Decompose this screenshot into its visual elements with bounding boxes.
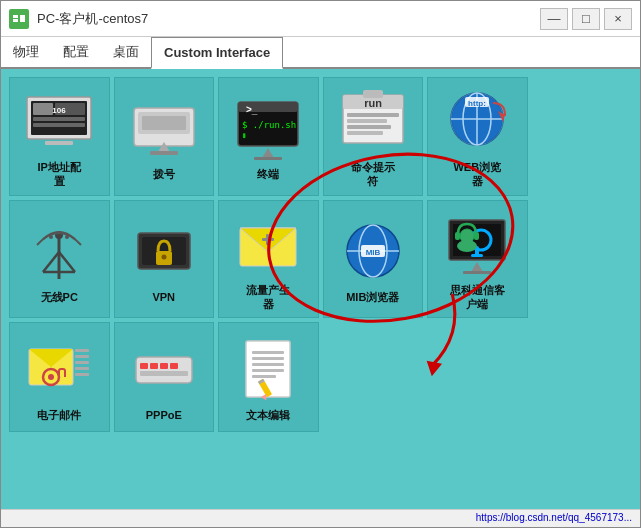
svg-point-50 (161, 254, 166, 259)
text-editor-label: 文本编辑 (246, 408, 290, 422)
icon-terminal[interactable]: >_ $ ./run.sh ▮ 终端 (218, 77, 319, 196)
svg-text:MIB: MIB (365, 248, 380, 257)
ip-config-label: IP地址配置 (38, 160, 81, 189)
svg-rect-68 (474, 232, 479, 240)
svg-point-66 (457, 240, 477, 252)
svg-rect-10 (33, 123, 85, 127)
svg-rect-11 (45, 141, 73, 145)
wireless-label: 无线PC (41, 290, 78, 304)
svg-rect-73 (75, 349, 89, 352)
svg-rect-6 (33, 103, 53, 115)
svg-rect-89 (252, 363, 284, 366)
svg-rect-2 (13, 19, 18, 22)
svg-rect-82 (150, 363, 158, 369)
icon-mib-browser[interactable]: MIB MIB浏览器 (323, 200, 424, 319)
svg-rect-76 (75, 367, 89, 370)
icon-cmd-prompt[interactable]: run 命令提示符 (323, 77, 424, 196)
svg-rect-54 (266, 234, 269, 245)
icon-wireless-pc[interactable]: 无线PC (9, 200, 110, 319)
svg-rect-85 (140, 371, 188, 376)
traffic-icon (233, 209, 303, 279)
minimize-button[interactable]: — (540, 8, 568, 30)
menu-item-physics[interactable]: 物理 (1, 37, 51, 67)
svg-rect-64 (471, 254, 483, 257)
icon-cisco-comm[interactable]: 思科通信客户端 (427, 200, 528, 319)
wireless-icon (24, 216, 94, 286)
status-url: https://blog.csdn.net/qq_4567173... (476, 512, 632, 523)
svg-text:$ ./run.sh: $ ./run.sh (242, 120, 296, 130)
svg-line-41 (43, 252, 59, 272)
icon-email[interactable]: 电子邮件 (9, 322, 110, 432)
web-label: WEB浏览器 (453, 160, 501, 189)
mib-label: MIB浏览器 (346, 290, 399, 304)
svg-rect-3 (20, 15, 25, 22)
svg-rect-81 (140, 363, 148, 369)
svg-point-79 (48, 374, 54, 380)
icon-empty-1 (532, 77, 633, 196)
icon-empty-2 (532, 200, 633, 319)
icon-web-browser[interactable]: http: WEB浏览器 (427, 77, 528, 196)
svg-point-45 (49, 235, 53, 239)
svg-rect-87 (252, 351, 284, 354)
cmd-icon: run (338, 86, 408, 156)
icon-ip-config[interactable]: 106 IP地址配置 (9, 77, 110, 196)
svg-rect-83 (160, 363, 168, 369)
icon-pppoe[interactable]: PPPoE (114, 322, 215, 432)
svg-rect-77 (75, 373, 89, 376)
svg-text:>_: >_ (246, 104, 258, 115)
terminal-label: 终端 (257, 167, 279, 181)
svg-rect-16 (150, 151, 178, 155)
web-icon: http: (442, 86, 512, 156)
svg-rect-23 (254, 157, 282, 160)
close-button[interactable]: × (604, 8, 632, 30)
svg-rect-31 (347, 131, 383, 135)
email-label: 电子邮件 (37, 408, 81, 422)
icon-vpn[interactable]: VPN (114, 200, 215, 319)
icon-grid: 106 IP地址配置 (9, 77, 632, 432)
icon-traffic-gen[interactable]: 流量产生器 (218, 200, 319, 319)
email-icon (24, 334, 94, 404)
title-bar: PC-客户机-centos7 — □ × (1, 1, 640, 37)
svg-rect-84 (170, 363, 178, 369)
cisco-label: 思科通信客户端 (450, 283, 505, 312)
svg-rect-70 (463, 271, 491, 274)
svg-marker-22 (262, 148, 274, 158)
menu-bar: 物理 配置 桌面 Custom Interface (1, 37, 640, 69)
svg-rect-14 (142, 116, 186, 130)
traffic-label: 流量产生器 (246, 283, 290, 312)
svg-text:run: run (364, 97, 382, 109)
svg-rect-75 (75, 361, 89, 364)
vpn-icon (129, 216, 199, 286)
window-icon (9, 9, 29, 29)
svg-point-46 (65, 235, 69, 239)
svg-rect-28 (347, 113, 399, 117)
svg-rect-1 (13, 15, 18, 18)
terminal-icon: >_ $ ./run.sh ▮ (233, 93, 303, 163)
svg-rect-29 (347, 119, 387, 123)
svg-rect-88 (252, 357, 284, 360)
svg-rect-9 (33, 117, 85, 121)
vpn-label: VPN (152, 290, 175, 304)
menu-item-config[interactable]: 配置 (51, 37, 101, 67)
svg-rect-80 (136, 357, 192, 383)
main-window: PC-客户机-centos7 — □ × 物理 配置 桌面 Custom Int… (0, 0, 641, 528)
cisco-icon (442, 209, 512, 279)
svg-rect-90 (252, 369, 284, 372)
svg-rect-91 (252, 375, 276, 378)
icon-text-editor[interactable]: 文本编辑 (218, 322, 319, 432)
menu-item-desktop[interactable]: 桌面 (101, 37, 151, 67)
icon-dialup[interactable]: 拨号 (114, 77, 215, 196)
maximize-button[interactable]: □ (572, 8, 600, 30)
dialup-label: 拨号 (153, 167, 175, 181)
text-editor-icon (233, 334, 303, 404)
svg-line-42 (59, 252, 75, 272)
svg-rect-74 (75, 355, 89, 358)
svg-rect-30 (347, 125, 391, 129)
svg-text:▮: ▮ (242, 131, 247, 140)
content-area: 106 IP地址配置 (1, 69, 640, 509)
menu-item-custom[interactable]: Custom Interface (151, 37, 283, 69)
pppoe-label: PPPoE (146, 408, 182, 422)
window-title: PC-客户机-centos7 (37, 10, 532, 28)
svg-text:106: 106 (53, 106, 67, 115)
ip-config-icon: 106 (24, 86, 94, 156)
